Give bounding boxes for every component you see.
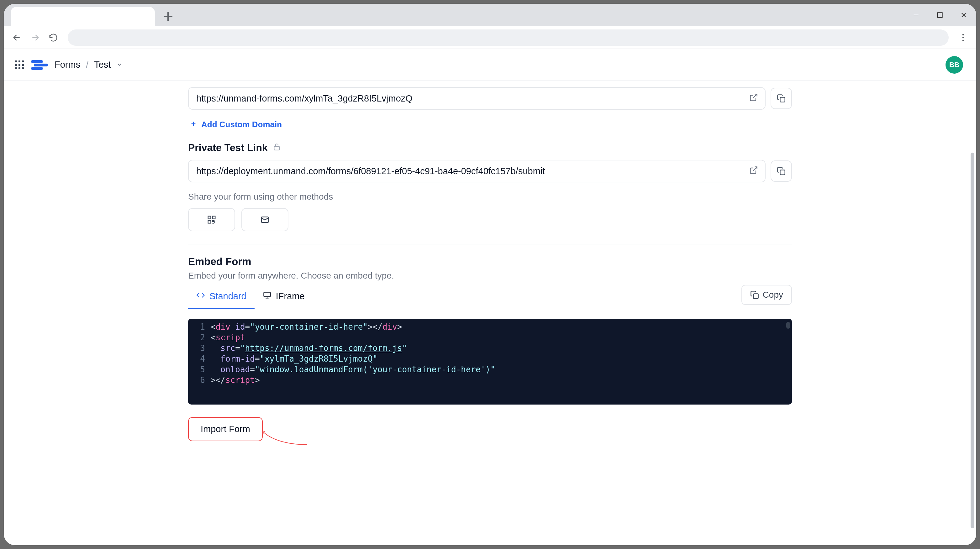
code-icon <box>196 291 205 302</box>
external-link-icon[interactable] <box>749 166 758 177</box>
import-form-button[interactable]: Import Form <box>188 417 263 441</box>
add-custom-domain-label: Add Custom Domain <box>201 120 282 129</box>
private-link-row: https://deployment.unmand.com/forms/6f08… <box>188 160 792 182</box>
svg-point-1 <box>963 34 964 35</box>
private-link-value: https://deployment.unmand.com/forms/6f08… <box>196 166 545 176</box>
tab-iframe[interactable]: IFrame <box>255 284 313 309</box>
tab-iframe-label: IFrame <box>276 291 305 301</box>
private-link-title-text: Private Test Link <box>188 142 268 154</box>
plus-icon <box>190 120 197 129</box>
share-buttons <box>188 208 792 231</box>
private-link-title: Private Test Link <box>188 142 792 154</box>
nav-back-button[interactable] <box>10 31 24 44</box>
nav-forward-button[interactable] <box>28 31 42 44</box>
browser-window: Forms / Test BB https://unmand-forms.com… <box>4 4 976 545</box>
device-frame: Forms / Test BB https://unmand-forms.com… <box>0 0 980 549</box>
private-link-input[interactable]: https://deployment.unmand.com/forms/6f08… <box>188 160 765 182</box>
copy-embed-label: Copy <box>763 290 783 300</box>
new-tab-button[interactable] <box>161 9 175 24</box>
browser-menu-button[interactable] <box>956 31 970 44</box>
copy-private-link-button[interactable] <box>771 160 792 182</box>
page-content: https://unmand-forms.com/xylmTa_3gdzR8I5… <box>4 81 976 545</box>
app-logo[interactable] <box>31 57 48 73</box>
svg-rect-8 <box>274 147 279 150</box>
breadcrumb-current[interactable]: Test <box>94 60 111 70</box>
page-content-wrapper: https://unmand-forms.com/xylmTa_3gdzR8I5… <box>4 81 976 545</box>
monitor-icon <box>263 291 272 302</box>
avatar[interactable]: BB <box>945 56 963 74</box>
breadcrumb-separator: / <box>86 60 88 70</box>
svg-rect-4 <box>31 60 43 63</box>
page-scrollbar[interactable] <box>970 84 975 542</box>
external-link-icon[interactable] <box>749 93 758 104</box>
svg-rect-0 <box>937 13 942 17</box>
embed-code-block[interactable]: 123456 <div id="your-container-id-here">… <box>188 319 792 405</box>
address-bar[interactable] <box>68 29 949 46</box>
divider <box>188 244 792 244</box>
copy-public-link-button[interactable] <box>771 88 792 109</box>
public-link-input[interactable]: https://unmand-forms.com/xylmTa_3gdzR8I5… <box>188 87 765 109</box>
svg-point-2 <box>963 36 964 38</box>
tab-standard-label: Standard <box>209 291 247 301</box>
browser-tabbar <box>4 4 976 26</box>
breadcrumb-root[interactable]: Forms <box>54 60 80 70</box>
window-maximize-button[interactable] <box>934 9 946 21</box>
nav-reload-button[interactable] <box>46 31 60 44</box>
svg-point-3 <box>963 40 964 41</box>
svg-rect-10 <box>208 216 211 219</box>
import-form-label: Import Form <box>200 424 250 434</box>
svg-rect-11 <box>213 216 215 219</box>
code-lines: <div id="your-container-id-here"></div> … <box>211 322 792 386</box>
app-switcher-icon[interactable] <box>14 60 24 70</box>
lock-open-icon <box>273 142 281 154</box>
share-qr-button[interactable] <box>188 208 235 231</box>
browser-toolbar <box>4 26 976 49</box>
window-minimize-button[interactable] <box>910 9 922 21</box>
public-link-row: https://unmand-forms.com/xylmTa_3gdzR8I5… <box>188 87 792 109</box>
svg-rect-7 <box>780 97 785 102</box>
svg-rect-9 <box>780 170 785 175</box>
code-gutter: 123456 <box>188 322 211 386</box>
breadcrumb: Forms / Test <box>54 60 123 70</box>
share-hint-text: Share your form using other methods <box>188 192 792 202</box>
browser-tab[interactable] <box>11 7 155 26</box>
public-link-value: https://unmand-forms.com/xylmTa_3gdzR8I5… <box>196 94 412 104</box>
copy-embed-button[interactable]: Copy <box>741 285 792 305</box>
svg-rect-6 <box>31 67 43 70</box>
app-header: Forms / Test BB <box>4 49 976 81</box>
code-scrollbar[interactable] <box>786 322 790 329</box>
embed-section-title: Embed Form <box>188 256 792 268</box>
svg-rect-14 <box>264 292 270 297</box>
embed-toolbar: Standard IFrame Co <box>188 284 792 309</box>
chevron-down-icon[interactable] <box>116 60 123 70</box>
embed-section-subtitle: Embed your form anywhere. Choose an embe… <box>188 271 792 281</box>
add-custom-domain-button[interactable]: Add Custom Domain <box>188 112 792 142</box>
window-close-button[interactable] <box>958 9 970 21</box>
svg-rect-5 <box>34 63 48 67</box>
svg-rect-15 <box>753 294 758 298</box>
share-email-button[interactable] <box>242 208 288 231</box>
svg-rect-12 <box>208 221 211 224</box>
tab-standard[interactable]: Standard <box>188 284 255 309</box>
